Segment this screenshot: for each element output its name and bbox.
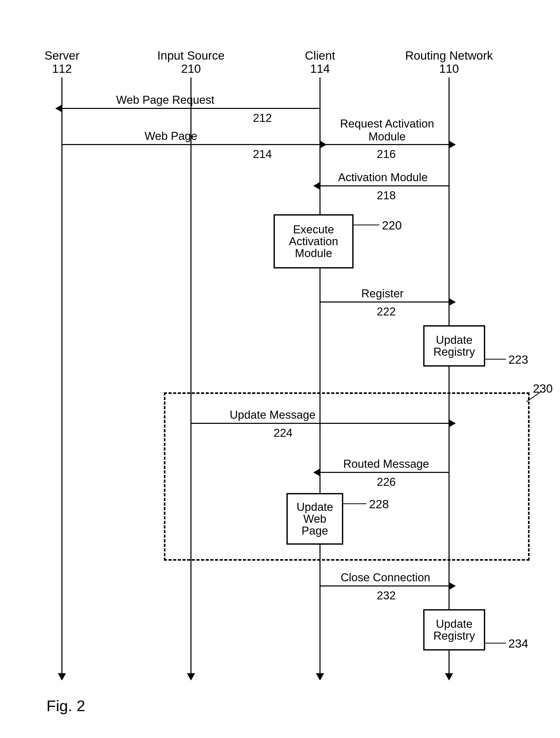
msg-218 [320, 186, 449, 187]
msg-222 [320, 302, 449, 303]
arrow-down-icon [58, 673, 66, 680]
lifeline-input [190, 77, 191, 674]
msg-212-label: Web Page Request [116, 93, 214, 106]
ref-223: 223 [508, 353, 528, 367]
msg-214-label: Web Page [144, 129, 197, 142]
arrow-left-icon [55, 104, 62, 112]
msg-226 [320, 472, 449, 473]
leader-220 [354, 225, 379, 225]
arrow-down-icon [445, 673, 453, 680]
lifeline-client [320, 77, 321, 674]
lifeline-routing-label: Routing Network110 [398, 49, 501, 75]
arrow-right-icon [449, 419, 456, 427]
msg-218-ref: 218 [377, 189, 396, 202]
msg-218-label: Activation Module [338, 171, 428, 184]
lifeline-server [61, 77, 62, 674]
msg-214-ref: 214 [253, 148, 272, 160]
msg-212 [62, 108, 320, 109]
leader-234 [485, 643, 506, 644]
box-223: Update Registry [423, 325, 485, 367]
arrow-left-icon [313, 468, 321, 476]
ref-220: 220 [382, 219, 402, 232]
arrow-down-icon [316, 673, 324, 680]
msg-226-label: Routed Message [343, 457, 429, 470]
msg-214 [62, 144, 320, 145]
ref-230: 230 [533, 382, 553, 395]
msg-232-label: Close Connection [341, 571, 430, 584]
group-230 [164, 392, 530, 561]
figure-caption: Fig. 2 [46, 697, 85, 715]
arrow-right-icon [449, 140, 456, 149]
msg-232 [320, 586, 449, 587]
arrow-left-icon [313, 182, 321, 190]
msg-224 [191, 423, 449, 424]
msg-222-ref: 222 [377, 305, 396, 318]
msg-216 [320, 144, 449, 145]
msg-232-ref: 232 [377, 589, 396, 602]
msg-224-ref: 224 [273, 426, 293, 439]
box-234: Update Registry [423, 609, 485, 651]
arrow-right-icon [449, 298, 456, 306]
box-220: Execute Activation Module [273, 214, 354, 269]
msg-216-label: Request Activation Module [330, 117, 444, 143]
msg-226-ref: 226 [377, 475, 396, 488]
box-228: Update Web Page [287, 493, 343, 545]
lifeline-input-label: Input Source210 [139, 49, 242, 75]
page: Server112 Input Source210 Client114 Rout… [0, 0, 560, 738]
msg-216-ref: 216 [377, 148, 396, 160]
ref-234: 234 [508, 637, 528, 651]
lifeline-server-label: Server112 [10, 49, 113, 75]
ref-228: 228 [369, 497, 389, 511]
lifeline-client-label: Client114 [268, 49, 372, 75]
msg-212-ref: 212 [253, 111, 272, 124]
msg-224-label: Update Message [230, 408, 316, 421]
msg-222-label: Register [361, 287, 404, 300]
leader-228 [343, 503, 367, 504]
arrow-down-icon [187, 673, 195, 680]
leader-223 [485, 359, 506, 360]
arrow-right-icon [449, 582, 456, 590]
